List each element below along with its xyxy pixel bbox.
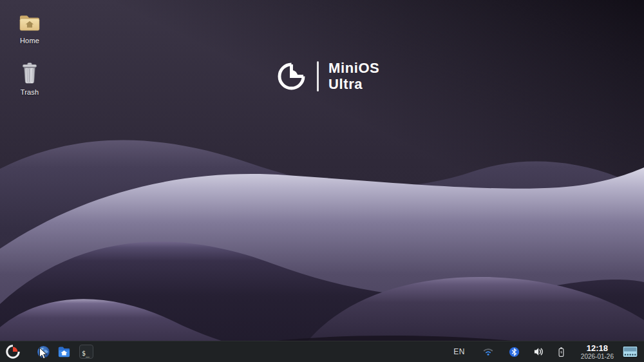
onscreen-keyboard-button[interactable] bbox=[622, 345, 638, 358]
blue-folder-home-icon bbox=[57, 345, 71, 359]
desktop-screen: Home Trash bbox=[0, 0, 644, 362]
desktop-icon-home[interactable]: Home bbox=[8, 10, 51, 44]
terminal-icon: $_ bbox=[79, 345, 93, 359]
clock-date: 2026-01-26 bbox=[581, 354, 614, 360]
terminal-glyph: $_ bbox=[82, 350, 90, 357]
web-browser-button[interactable] bbox=[35, 344, 51, 359]
terminal-button[interactable]: $_ bbox=[79, 344, 94, 359]
wifi-icon bbox=[482, 345, 495, 358]
bluetooth-icon bbox=[508, 346, 520, 358]
minios-start-icon bbox=[5, 344, 21, 359]
branding-line2: Ultra bbox=[328, 76, 379, 92]
volume-indicator[interactable] bbox=[533, 345, 545, 358]
onscreen-keyboard-icon bbox=[622, 345, 638, 358]
file-manager-button[interactable] bbox=[56, 344, 71, 359]
bluetooth-indicator[interactable] bbox=[508, 346, 520, 358]
branding-divider bbox=[317, 61, 319, 91]
home-folder-icon bbox=[17, 10, 42, 33]
wifi-indicator[interactable] bbox=[482, 345, 495, 358]
volume-icon bbox=[533, 345, 545, 358]
minios-logo-icon bbox=[276, 61, 307, 91]
globe-browser-icon bbox=[36, 345, 51, 359]
system-tray: EN bbox=[453, 344, 644, 360]
clock-time: 12:18 bbox=[587, 344, 608, 352]
desktop-icon-label: Home bbox=[20, 37, 39, 44]
battery-indicator[interactable] bbox=[555, 346, 567, 358]
trash-can-icon bbox=[21, 62, 39, 85]
taskbar: $_ EN bbox=[0, 341, 644, 362]
keyboard-layout-indicator[interactable]: EN bbox=[453, 347, 465, 356]
branding-line1: MiniOS bbox=[328, 60, 379, 76]
desktop-icon-label: Trash bbox=[21, 88, 39, 96]
battery-icon bbox=[555, 346, 567, 358]
desktop-icon-trash[interactable]: Trash bbox=[8, 62, 51, 96]
branding-minios-ultra: MiniOS Ultra bbox=[276, 60, 379, 92]
start-menu-button[interactable] bbox=[5, 344, 21, 359]
wallpaper-purple-silk-waves bbox=[0, 0, 644, 362]
clock[interactable]: 12:18 2026-01-26 bbox=[581, 344, 614, 360]
